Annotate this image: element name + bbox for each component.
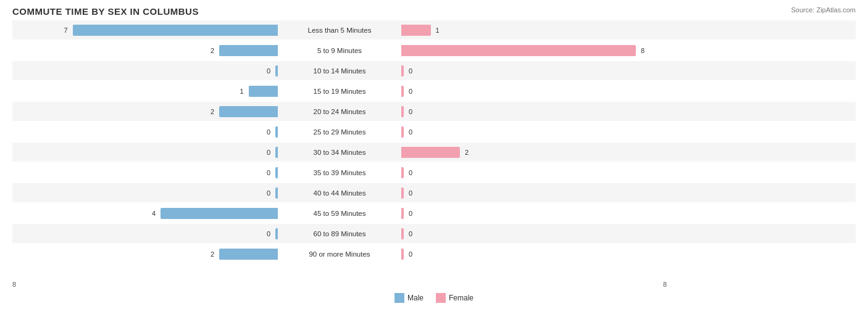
chart-area: 7Less than 5 Minutes125 to 9 Minutes8010…	[12, 20, 856, 279]
bar-male-zero: 0	[275, 65, 278, 76]
row-label: 5 to 9 Minutes	[278, 47, 401, 54]
bar-female: 2	[401, 147, 460, 158]
row-label: 40 to 44 Minutes	[278, 189, 401, 197]
row-label: 10 to 14 Minutes	[278, 67, 401, 75]
chart-row: 7Less than 5 Minutes1	[12, 20, 856, 39]
row-label: 25 to 29 Minutes	[278, 128, 401, 136]
bar-female-zero: 0	[401, 188, 404, 199]
legend-male: Male	[394, 293, 424, 303]
legend-female: Female	[436, 293, 474, 303]
female-side: 0	[401, 122, 667, 141]
female-value-zero: 0	[409, 108, 412, 115]
chart-row: 030 to 34 Minutes2	[12, 142, 856, 162]
male-side: 2	[12, 102, 278, 121]
row-label: 30 to 34 Minutes	[278, 149, 401, 156]
axis-left: 8	[12, 281, 278, 288]
male-value-zero: 0	[267, 67, 270, 75]
chart-title: COMMUTE TIME BY SEX IN COLUMBUS	[12, 6, 856, 17]
bar-female-zero: 0	[401, 106, 404, 117]
axis-labels: 8 8	[12, 281, 856, 288]
male-value: 2	[211, 250, 214, 258]
axis-right: 8	[401, 281, 667, 288]
bar-female-zero: 0	[401, 86, 404, 97]
bar-male: 4	[161, 208, 278, 219]
bar-male-zero: 0	[275, 188, 278, 199]
chart-row: 040 to 44 Minutes0	[12, 183, 856, 202]
bar-female-zero: 0	[401, 65, 404, 76]
row-label: 15 to 19 Minutes	[278, 88, 401, 95]
bar-female-zero: 0	[401, 228, 404, 239]
bar-female-zero: 0	[401, 249, 404, 260]
male-value: 1	[240, 88, 243, 95]
male-legend-box	[394, 293, 404, 303]
bar-male-zero: 0	[275, 167, 278, 178]
row-label: 20 to 24 Minutes	[278, 108, 401, 115]
male-side: 4	[12, 204, 278, 223]
male-value: 4	[152, 210, 156, 217]
male-side: 0	[12, 122, 278, 141]
bar-male-zero: 0	[275, 228, 278, 239]
female-value-zero: 0	[409, 169, 412, 176]
female-side: 0	[401, 183, 667, 202]
female-side: 2	[401, 142, 667, 162]
bar-female-zero: 0	[401, 126, 404, 138]
chart-row: 010 to 14 Minutes0	[12, 61, 856, 80]
bar-female: 1	[401, 25, 431, 36]
female-value-zero: 0	[409, 189, 412, 197]
female-value: 2	[465, 149, 469, 156]
male-value: 2	[211, 108, 214, 115]
female-side: 0	[401, 61, 667, 80]
bar-male: 7	[73, 25, 278, 36]
male-legend-label: Male	[407, 294, 424, 302]
row-label: 45 to 59 Minutes	[278, 210, 401, 217]
bar-male-zero: 0	[275, 147, 278, 158]
male-side: 0	[12, 163, 278, 182]
female-value-zero: 0	[409, 88, 412, 95]
female-value: 8	[641, 47, 645, 54]
bar-female-zero: 0	[401, 208, 404, 219]
chart-row: 115 to 19 Minutes0	[12, 81, 856, 101]
female-value-zero: 0	[409, 250, 412, 258]
female-value: 1	[436, 27, 440, 34]
female-value-zero: 0	[409, 67, 412, 75]
source-label: Source: ZipAtlas.com	[791, 6, 856, 14]
female-side: 0	[401, 244, 667, 263]
male-value-zero: 0	[267, 128, 270, 136]
female-legend-box	[436, 293, 446, 303]
chart-row: 290 or more Minutes0	[12, 244, 856, 263]
row-label: Less than 5 Minutes	[278, 27, 401, 34]
male-value-zero: 0	[267, 169, 270, 176]
female-side: 0	[401, 163, 667, 182]
legend: Male Female	[12, 293, 856, 303]
female-legend-label: Female	[449, 294, 474, 302]
male-value: 2	[211, 47, 214, 54]
male-side: 0	[12, 224, 278, 243]
male-value-zero: 0	[267, 149, 270, 156]
female-side: 0	[401, 204, 667, 223]
bar-male-zero: 0	[275, 126, 278, 138]
row-label: 60 to 89 Minutes	[278, 230, 401, 237]
male-side: 0	[12, 142, 278, 162]
female-side: 8	[401, 41, 667, 60]
chart-row: 060 to 89 Minutes0	[12, 224, 856, 243]
female-side: 1	[401, 20, 667, 39]
chart-container: COMMUTE TIME BY SEX IN COLUMBUS Source: …	[0, 0, 868, 322]
bar-male: 2	[219, 106, 278, 117]
female-value-zero: 0	[409, 128, 412, 136]
chart-row: 445 to 59 Minutes0	[12, 204, 856, 223]
bar-male: 2	[219, 45, 278, 56]
male-side: 0	[12, 183, 278, 202]
male-side: 7	[12, 20, 278, 39]
male-side: 2	[12, 244, 278, 263]
female-value-zero: 0	[409, 210, 412, 217]
female-side: 0	[401, 102, 667, 121]
female-side: 0	[401, 81, 667, 101]
bar-male: 1	[249, 86, 278, 97]
male-value-zero: 0	[267, 189, 270, 197]
bar-male: 2	[219, 249, 278, 260]
chart-row: 035 to 39 Minutes0	[12, 163, 856, 182]
chart-row: 025 to 29 Minutes0	[12, 122, 856, 141]
male-value-zero: 0	[267, 230, 270, 237]
male-side: 0	[12, 61, 278, 80]
chart-row: 25 to 9 Minutes8	[12, 41, 856, 60]
